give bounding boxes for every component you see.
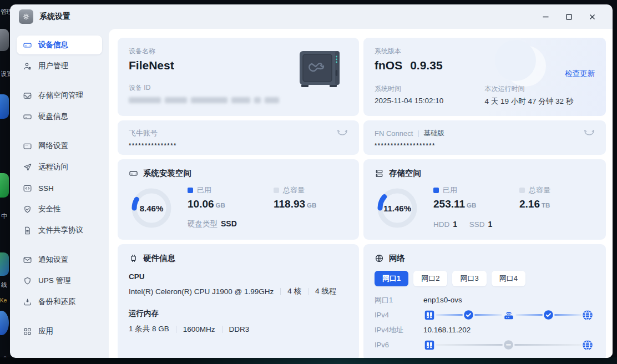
sidebar-item-network-settings[interactable]: 网络设置 — [17, 136, 102, 155]
bull-horns-icon — [584, 128, 595, 138]
hdd-label: HDD — [433, 220, 449, 229]
close-button[interactable] — [580, 8, 604, 26]
system-time-label: 系统时间 — [375, 84, 485, 94]
tab-port-3[interactable]: 网口3 — [452, 271, 486, 286]
used-unit: GB — [467, 202, 476, 209]
mail-icon — [23, 255, 32, 265]
storage-space-donut: 11.46% — [376, 186, 419, 230]
fn-account-label: 飞牛账号 — [129, 128, 158, 138]
disk-type-value: SSD — [221, 219, 237, 228]
storage-space-percent: 11.46% — [376, 186, 419, 230]
system-space-title: 系统安装空间 — [143, 168, 191, 179]
check-update-link[interactable]: 检查更新 — [565, 69, 595, 79]
cpu-chip-icon — [129, 254, 138, 263]
uptime-label: 本次运行时间 — [485, 84, 595, 94]
cpu-threads: 4 线程 — [315, 286, 336, 296]
nas-node-icon — [423, 309, 436, 321]
ipv4-address-label: IPv4地址 — [375, 325, 423, 335]
hardware-title: 硬件信息 — [143, 253, 175, 264]
sidebar-item-notifications[interactable]: 通知设置 — [17, 250, 102, 269]
device-id-masked — [129, 97, 348, 103]
uptime-value: 4 天 19 小时 47 分钟 32 秒 — [485, 97, 595, 107]
sidebar-item-apps[interactable]: 应用 — [17, 322, 102, 341]
internet-globe-icon — [581, 309, 594, 321]
system-settings-window: 系统设置 设备信息 用户管理 — [10, 4, 613, 358]
used-legend-swatch — [188, 188, 193, 193]
sidebar-item-label: 设备信息 — [38, 40, 68, 50]
internet-globe-icon — [581, 339, 594, 351]
system-time-value: 2025-11-04 15:02:10 — [375, 97, 485, 105]
network-port-tabs: 网口1 网口2 网口3 网口4 — [375, 271, 595, 286]
ipv4-connection-diagram — [423, 309, 595, 321]
fn-account-card: 飞牛账号 *************** — [118, 120, 359, 155]
divider: | — [417, 129, 419, 137]
inbox-icon — [23, 91, 32, 100]
sidebar-item-user-management[interactable]: 用户管理 — [17, 57, 102, 75]
total-unit: TB — [542, 202, 550, 209]
check-node-icon — [543, 309, 554, 321]
port-name-label: 网口1 — [375, 295, 423, 305]
network-title: 网络 — [389, 253, 405, 264]
fn-connect-label: FN Connect — [375, 129, 413, 138]
system-space-donut: 8.46% — [130, 186, 173, 230]
shield-check-icon — [23, 205, 32, 214]
sidebar-item-file-sharing[interactable]: 文件共享协议 — [17, 221, 102, 240]
used-value: 253.11 — [433, 198, 465, 210]
desktop-taskbar — [0, 357, 617, 364]
sidebar-item-disk-info[interactable]: 硬盘信息 — [17, 107, 102, 126]
fn-connect-card: FN Connect | 基础版 ******************* — [363, 120, 606, 155]
ram-frequency: 1600MHz — [183, 325, 215, 333]
divider — [280, 288, 281, 295]
titlebar: 系统设置 — [10, 4, 613, 29]
cpu-label: CPU — [129, 272, 348, 281]
hard-disk-icon — [23, 112, 32, 122]
total-unit: GB — [307, 202, 316, 209]
sidebar-item-ssh[interactable]: SSH — [17, 179, 102, 198]
sidebar-item-label: 远程访问 — [38, 162, 68, 172]
sidebar-item-label: UPS 管理 — [38, 276, 71, 286]
sidebar-item-ups[interactable]: UPS 管理 — [17, 271, 102, 290]
maximize-button[interactable] — [557, 8, 580, 26]
sidebar-item-label: 存储空间管理 — [38, 90, 83, 100]
tab-port-1[interactable]: 网口1 — [375, 271, 408, 286]
sidebar-item-label: SSH — [38, 184, 54, 193]
desktop-icon-green — [0, 173, 9, 198]
tab-port-4[interactable]: 网口4 — [492, 271, 525, 286]
sidebar-item-label: 应用 — [38, 326, 53, 336]
sidebar-item-device-info[interactable]: 设备信息 — [17, 36, 102, 54]
cpu-model: Intel(R) Celeron(R) CPU J1900 @ 1.99GHz — [129, 287, 274, 296]
used-label: 已用 — [197, 185, 211, 195]
sidebar-item-remote-access[interactable]: 远程访问 — [17, 158, 102, 176]
desktop-icon-round-blue — [0, 311, 9, 335]
os-name: fnOS — [375, 59, 402, 72]
ssd-count: 1 — [488, 220, 493, 229]
storage-space-title: 存储空间 — [389, 168, 421, 179]
tab-port-2[interactable]: 网口2 — [413, 271, 447, 286]
sidebar-item-storage-management[interactable]: 存储空间管理 — [17, 86, 102, 105]
shield-icon — [23, 276, 32, 286]
window-network-icon — [23, 141, 32, 151]
ram-size: 1 条共 8 GB — [129, 324, 169, 334]
network-card: 网络 网口1 网口2 网口3 网口4 网口1 enp1s0-ovs — [363, 244, 606, 358]
used-value: 10.06 — [188, 198, 214, 210]
minimize-button[interactable] — [534, 8, 557, 26]
hdd-count: 1 — [453, 220, 457, 229]
desktop-icon-gear — [0, 29, 9, 51]
system-space-card: 系统安装空间 8.46% 已用 — [118, 159, 359, 240]
used-unit: GB — [216, 202, 225, 209]
globe-icon — [375, 254, 384, 263]
apps-grid-icon — [23, 327, 32, 336]
sidebar-item-backup-restore[interactable]: 备份和还原 — [17, 292, 102, 311]
sidebar-item-security[interactable]: 安全性 — [17, 200, 102, 219]
total-legend-swatch — [274, 188, 279, 193]
settings-gear-icon — [19, 9, 33, 24]
divider — [222, 326, 222, 333]
fn-account-masked-value: *************** — [129, 142, 348, 149]
cpu-cores: 4 核 — [287, 286, 301, 296]
system-version-card: 系统版本 fnOS 0.9.35 检查更新 系统时间 2025-11-04 15… — [363, 38, 606, 116]
sidebar-item-label: 备份和还原 — [38, 297, 76, 307]
total-value: 118.93 — [274, 198, 305, 210]
ssd-label: SSD — [469, 220, 485, 229]
disabled-node-icon — [503, 339, 514, 351]
sidebar-item-label: 用户管理 — [38, 61, 68, 71]
